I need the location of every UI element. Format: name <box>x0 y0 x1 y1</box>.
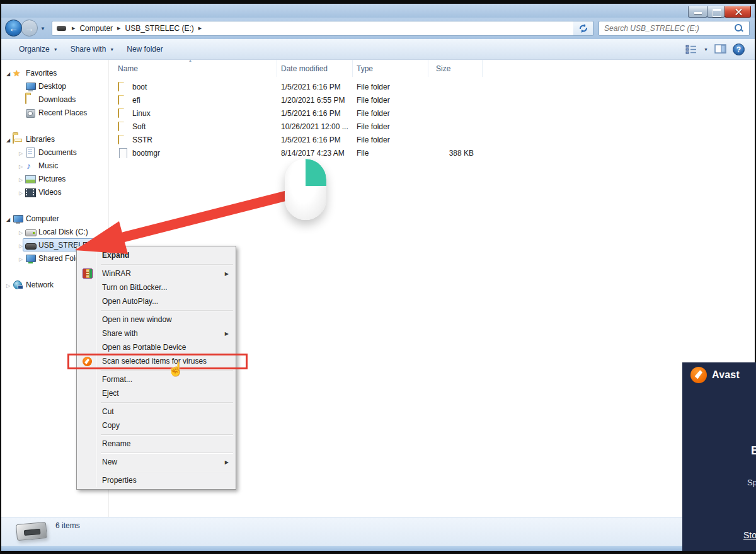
sidebar-item-desktop[interactable]: Desktop <box>1 79 108 93</box>
menu-item-cut[interactable]: Cut <box>78 405 234 418</box>
column-header-size[interactable]: Size <box>428 60 483 77</box>
menu-label: Eject <box>102 389 119 398</box>
collapsed-arrow-icon[interactable] <box>16 228 25 236</box>
file-row-sstr[interactable]: SSTR 1/5/2021 6:16 PM File folder <box>109 133 755 146</box>
file-row-soft[interactable]: Soft 10/26/2021 12:00 ... File folder <box>109 120 755 133</box>
red-highlight-box <box>67 354 248 369</box>
column-header-name[interactable]: Name <box>109 60 277 77</box>
file-type: File folder <box>353 96 428 105</box>
collapsed-arrow-icon[interactable] <box>16 148 25 157</box>
file-type: File folder <box>353 122 428 131</box>
menu-separator <box>78 469 234 473</box>
menu-label: Expand <box>102 251 129 260</box>
menu-item-new[interactable]: New <box>78 455 234 469</box>
preview-pane-button[interactable] <box>714 44 726 55</box>
new-folder-label: New folder <box>127 45 163 54</box>
minimize-button[interactable] <box>688 6 707 18</box>
expanded-arrow-icon[interactable] <box>4 69 13 78</box>
refresh-button[interactable] <box>573 21 593 36</box>
breadcrumb-usb-strelec[interactable]: USB_STRELEC (E:) <box>122 24 196 33</box>
search-box <box>598 21 750 36</box>
title-bar[interactable] <box>1 4 755 18</box>
expanded-arrow-icon[interactable] <box>4 135 13 144</box>
menu-label: Cut <box>102 407 114 416</box>
avast-link-fragment[interactable]: Sto <box>743 530 756 540</box>
menu-label: Copy <box>102 421 120 430</box>
menu-item-share-with[interactable]: Share with <box>78 326 234 340</box>
submenu-arrow-icon <box>225 331 229 337</box>
sidebar-item-pictures[interactable]: Pictures <box>1 172 108 185</box>
sidebar-item-favorites[interactable]: Favorites <box>1 66 108 79</box>
expanded-arrow-icon[interactable] <box>4 214 13 223</box>
file-size: 388 KB <box>428 149 483 158</box>
menu-item-eject[interactable]: Eject <box>78 386 234 400</box>
sidebar-item-recent-places[interactable]: Recent Places <box>1 106 108 119</box>
file-row-linux[interactable]: Linux 1/5/2021 6:16 PM File folder <box>109 107 755 120</box>
maximize-button[interactable] <box>707 6 725 18</box>
sidebar-item-documents[interactable]: Documents <box>1 146 108 159</box>
sidebar-label: Music <box>36 161 58 170</box>
collapsed-arrow-icon[interactable] <box>4 280 13 289</box>
column-label: Size <box>436 64 450 73</box>
collapsed-arrow-icon[interactable] <box>16 241 25 250</box>
chevron-down-icon <box>54 47 58 52</box>
file-row-bootmgr[interactable]: bootmgr 8/14/2017 4:23 AM File 388 KB <box>109 146 755 159</box>
column-header-date-modified[interactable]: Date modified <box>277 60 353 77</box>
submenu-arrow-icon <box>225 271 229 277</box>
forward-button[interactable]: → <box>21 20 38 37</box>
avast-popup-panel: Avast B Sp Sto <box>682 362 756 551</box>
column-header-type[interactable]: Type <box>353 60 428 77</box>
collapsed-arrow-icon[interactable] <box>16 254 25 263</box>
usb-drive-icon <box>25 240 36 250</box>
collapsed-arrow-icon[interactable] <box>16 188 25 197</box>
history-dropdown-icon[interactable]: ▼ <box>40 26 45 32</box>
menu-item-format[interactable]: Format... <box>78 372 234 386</box>
file-row-efi[interactable]: efi 1/20/2021 6:55 PM File folder <box>109 93 755 107</box>
menu-label: WinRAR <box>102 269 131 278</box>
address-bar[interactable]: Computer USB_STRELEC (E:) <box>52 21 592 36</box>
menu-label: Open AutoPlay... <box>102 297 158 306</box>
folder-icon <box>118 135 119 144</box>
menu-item-turn-on-bitlocker[interactable]: Turn on BitLocker... <box>78 280 234 294</box>
collapsed-arrow-icon[interactable] <box>16 175 25 183</box>
help-button[interactable] <box>733 43 745 55</box>
back-button[interactable]: ← <box>5 20 22 37</box>
sidebar-item-computer[interactable]: Computer <box>1 212 108 225</box>
menu-item-open-in-new-window[interactable]: Open in new window <box>78 313 234 326</box>
navigation-bar: ← → ▼ Computer USB_STRELEC (E:) <box>1 18 755 39</box>
collapsed-arrow-icon[interactable] <box>16 161 25 170</box>
breadcrumb-arrow-icon <box>115 26 122 31</box>
breadcrumb-arrow-icon <box>197 26 203 31</box>
menu-item-rename[interactable]: Rename <box>78 437 234 451</box>
organize-button[interactable]: Organize <box>13 45 64 54</box>
sidebar-label: Libraries <box>23 135 55 144</box>
menu-item-properties[interactable]: Properties <box>78 473 234 487</box>
avast-logo-icon <box>690 367 707 383</box>
sidebar-item-downloads[interactable]: Downloads <box>1 93 108 106</box>
menu-label: Open in new window <box>102 315 172 324</box>
network-icon <box>13 280 23 290</box>
change-view-button[interactable] <box>685 45 708 54</box>
folder-icon <box>118 122 119 131</box>
search-input[interactable] <box>599 22 734 35</box>
menu-item-copy[interactable]: Copy <box>78 418 234 432</box>
favorites-icon <box>13 68 23 78</box>
breadcrumb-computer[interactable]: Computer <box>77 24 115 33</box>
file-row-boot[interactable]: boot 1/5/2021 6:16 PM File folder <box>109 80 755 93</box>
new-folder-button[interactable]: New folder <box>120 45 169 54</box>
usb-drive-large-icon <box>16 522 47 541</box>
sidebar-item-local-disk[interactable]: Local Disk (C:) <box>1 225 108 238</box>
menu-item-open-as-portable-device[interactable]: Open as Portable Device <box>78 340 234 354</box>
menu-item-expand[interactable]: Expand <box>78 248 234 262</box>
menu-label: Open as Portable Device <box>102 343 186 352</box>
sidebar-item-libraries[interactable]: Libraries <box>1 132 108 146</box>
search-icon[interactable] <box>734 23 744 33</box>
sidebar-item-videos[interactable]: Videos <box>1 185 108 199</box>
close-button[interactable] <box>724 6 751 18</box>
share-with-button[interactable]: Share with <box>64 45 121 54</box>
menu-item-winrar[interactable]: WinRAR <box>78 267 234 280</box>
menu-label: New <box>102 458 117 466</box>
menu-item-open-autoplay[interactable]: Open AutoPlay... <box>78 294 234 308</box>
sidebar-item-music[interactable]: Music <box>1 159 108 172</box>
folder-icon <box>118 82 119 91</box>
